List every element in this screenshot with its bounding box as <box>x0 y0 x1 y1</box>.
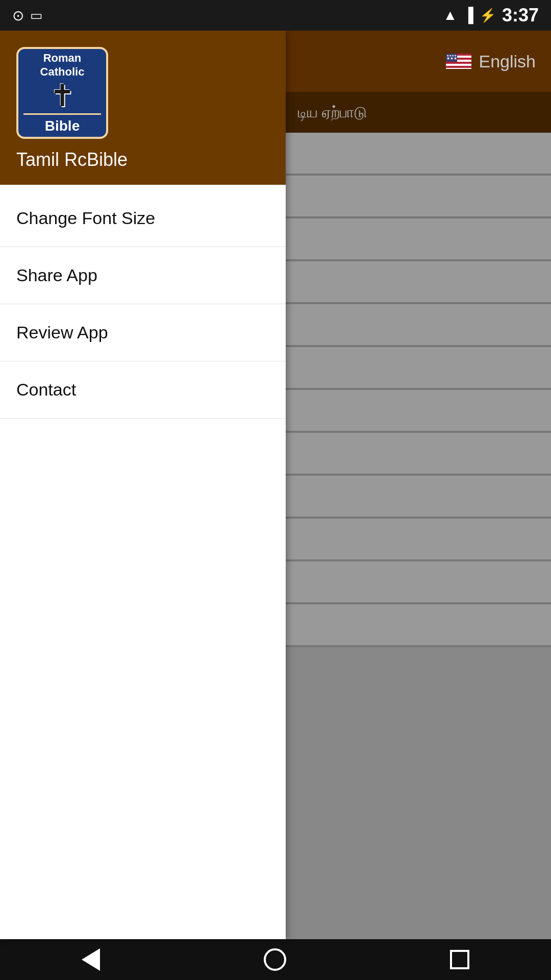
language-label: English <box>479 52 536 71</box>
menu-item-contact[interactable]: Contact <box>0 361 286 419</box>
nav-home-button[interactable] <box>264 948 286 971</box>
status-bar: ⊙ ▭ ▲ ▐ ⚡ 3:37 <box>0 0 551 31</box>
list-item[interactable] <box>286 604 551 647</box>
menu-item-share-app[interactable]: Share App <box>0 247 286 304</box>
list-item[interactable] <box>286 347 551 390</box>
list-item[interactable] <box>286 390 551 433</box>
list-item[interactable] <box>286 133 551 176</box>
svg-rect-4 <box>446 68 471 69</box>
svg-text:★★★★: ★★★★ <box>446 54 457 57</box>
wifi-icon: ▲ <box>443 7 457 23</box>
nav-back-button[interactable] <box>82 948 100 971</box>
right-title-bar: டிய ஏற்பாடு <box>286 92 551 133</box>
drawer-menu: Change Font Size Share App Review App Co… <box>0 185 286 939</box>
list-item[interactable] <box>286 433 551 476</box>
list-item[interactable] <box>286 218 551 261</box>
recents-icon <box>450 950 469 969</box>
svg-rect-3 <box>446 64 471 66</box>
menu-item-label-contact: Contact <box>16 380 76 399</box>
right-panel-header: ★★★ ★★★★ English <box>286 31 551 92</box>
main-layout: Roman Catholic ✝ Bible Tamil RcBible Cha… <box>0 31 551 939</box>
menu-item-change-font-size[interactable]: Change Font Size <box>0 190 286 247</box>
list-item[interactable] <box>286 519 551 561</box>
menu-item-label-review-app: Review App <box>16 323 108 342</box>
nav-recents-button[interactable] <box>450 950 469 969</box>
app-icon-top-text: Roman Catholic <box>23 52 101 79</box>
drawer-header: Roman Catholic ✝ Bible Tamil RcBible <box>0 31 286 185</box>
list-item[interactable] <box>286 304 551 347</box>
menu-item-label-change-font-size: Change Font Size <box>16 208 155 228</box>
flag-icon: ★★★ ★★★★ <box>446 54 471 69</box>
status-bar-right: ▲ ▐ ⚡ 3:37 <box>443 5 539 26</box>
app-icon-bottom-text: Bible <box>23 113 101 134</box>
list-item[interactable] <box>286 561 551 604</box>
right-title-text: டிய ஏற்பாடு <box>298 104 367 121</box>
menu-item-review-app[interactable]: Review App <box>0 304 286 361</box>
home-icon <box>264 948 286 971</box>
notification-icon: ⊙ <box>12 7 24 24</box>
back-icon <box>82 948 100 971</box>
status-bar-left: ⊙ ▭ <box>12 7 43 24</box>
list-item[interactable] <box>286 261 551 304</box>
menu-item-label-share-app: Share App <box>16 265 97 285</box>
nav-bar <box>0 939 551 980</box>
right-panel: ★★★ ★★★★ English டிய ஏற்பாடு <box>286 31 551 939</box>
cross-icon: ✝ <box>49 81 75 111</box>
battery-icon: ⚡ <box>480 8 496 23</box>
list-item[interactable] <box>286 476 551 519</box>
right-content <box>286 133 551 939</box>
drawer: Roman Catholic ✝ Bible Tamil RcBible Cha… <box>0 31 286 939</box>
list-item[interactable] <box>286 176 551 218</box>
signal-icon: ▐ <box>463 7 473 23</box>
app-icon: Roman Catholic ✝ Bible <box>16 47 108 139</box>
sim-icon: ▭ <box>30 8 43 23</box>
app-name: Tamil RcBible <box>16 149 128 170</box>
language-selector[interactable]: ★★★ ★★★★ English <box>446 52 536 71</box>
status-time: 3:37 <box>502 5 539 26</box>
